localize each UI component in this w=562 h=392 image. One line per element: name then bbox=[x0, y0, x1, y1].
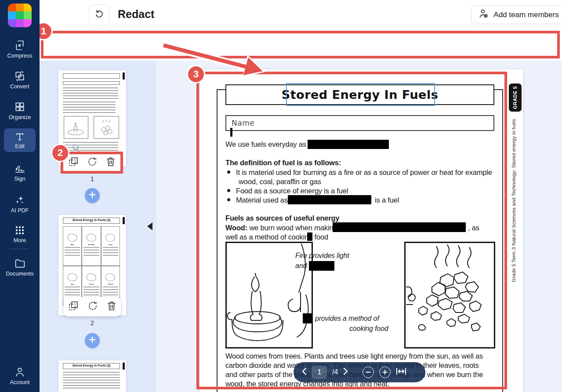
person-icon bbox=[0, 366, 40, 377]
redaction-bar[interactable] bbox=[308, 140, 389, 149]
edit-text-icon bbox=[4, 132, 36, 142]
app-sidebar: Compress Convert Organize Edit Sign AI P… bbox=[0, 0, 40, 392]
sidebar-item-account[interactable]: Account bbox=[0, 366, 40, 385]
page1-action-bar bbox=[64, 154, 120, 171]
organize-icon bbox=[0, 101, 40, 113]
wood-line2: well as a method of cooking food bbox=[225, 233, 328, 241]
top-bar: Redact Add team members SA bbox=[40, 0, 562, 29]
paragraph-line: Wood comes from trees. Plants and trees … bbox=[225, 352, 483, 360]
page-navigation-bar: 1 /4 bbox=[294, 362, 425, 382]
previous-page-icon[interactable] bbox=[301, 367, 307, 377]
bullet3-pre-text: Material used as bbox=[236, 196, 288, 204]
wood-bold-text: Wood: bbox=[225, 224, 247, 232]
sidebar-item-organize[interactable]: Organize bbox=[0, 101, 40, 120]
signature-icon bbox=[0, 163, 40, 174]
caption1-line1: Fire provides light bbox=[295, 252, 349, 260]
annotation-badge-2: 2 bbox=[51, 144, 69, 162]
delete-page-icon[interactable] bbox=[106, 156, 116, 169]
page2-action-bar bbox=[64, 297, 121, 316]
fuels-heading: Fuels as sources of useful energy bbox=[225, 214, 339, 222]
collapse-panel-button[interactable] bbox=[147, 222, 152, 230]
sidebar-item-label: More bbox=[0, 237, 40, 243]
redaction-bar[interactable] bbox=[307, 232, 312, 241]
zoom-in-button[interactable] bbox=[379, 367, 391, 378]
caption2-line2: cooking food bbox=[349, 325, 388, 333]
bullet-line: Food as a source of energy is a fuel bbox=[227, 187, 348, 195]
page-thumbnail-3[interactable]: Stored Energy In Fuels (3) bbox=[58, 360, 126, 392]
caption1-line2: and bbox=[295, 262, 307, 270]
thumbnail-zoom-icon[interactable] bbox=[72, 144, 80, 155]
rotate-page-icon[interactable] bbox=[87, 156, 98, 169]
bullet2-text: Food as a source of energy is a fuel bbox=[236, 187, 348, 195]
sidebar-item-label: Convert bbox=[0, 83, 40, 90]
definition-heading: The definition of fuel is as follows: bbox=[225, 159, 341, 167]
sidebar-item-edit[interactable]: Edit bbox=[4, 128, 36, 152]
sidebar-item-label: Edit bbox=[4, 143, 36, 149]
sidebar-divider bbox=[10, 249, 30, 249]
caption2-line1: provides a method of bbox=[315, 315, 379, 323]
name-field-box[interactable]: Name bbox=[225, 115, 494, 131]
page2-number: 2 bbox=[58, 319, 126, 327]
sidebar-item-ai-pdf[interactable]: AI PDF bbox=[0, 194, 40, 214]
bullet-line: Material used as bbox=[227, 196, 288, 204]
page-title: Redact bbox=[118, 8, 154, 21]
next-page-icon[interactable] bbox=[343, 367, 348, 377]
document-page[interactable]: Stored Energy In Fuels Name We use fuels… bbox=[200, 69, 523, 392]
redaction-bar[interactable] bbox=[333, 222, 466, 232]
add-team-members-label: Add team members bbox=[493, 11, 558, 19]
sidebar-item-compress[interactable]: Compress bbox=[0, 40, 40, 59]
sidebar-item-label: Account bbox=[0, 379, 40, 385]
bullet1-text: It is material used for burning as a fir… bbox=[236, 168, 492, 176]
redact-app-window: Compress Convert Organize Edit Sign AI P… bbox=[0, 0, 562, 392]
more-grid-icon bbox=[0, 225, 40, 236]
sidebar-item-label: AI PDF bbox=[0, 207, 40, 214]
add-team-members-button[interactable]: Add team members bbox=[471, 5, 562, 24]
person-add-icon bbox=[479, 8, 489, 21]
thumbnail3-title: Stored Energy In Fuels (3) bbox=[63, 364, 120, 367]
thumbnail2-title: Stored Energy In Fuels (2) bbox=[63, 218, 120, 221]
bullet-line: It is material used for burning as a fir… bbox=[227, 168, 492, 177]
sidebar-item-label: Sign bbox=[0, 176, 40, 182]
text-cursor bbox=[230, 128, 232, 137]
add-page-button-1[interactable] bbox=[85, 188, 100, 203]
total-pages-label: /4 bbox=[332, 368, 338, 376]
compress-icon bbox=[0, 40, 40, 51]
restart-button[interactable] bbox=[89, 4, 110, 25]
redaction-bar[interactable] bbox=[309, 261, 334, 271]
plus-icon bbox=[89, 191, 96, 200]
fit-width-button[interactable] bbox=[396, 367, 406, 377]
text-selection-box[interactable] bbox=[286, 83, 435, 106]
duplicate-page-icon[interactable] bbox=[68, 301, 79, 313]
convert-icon bbox=[0, 70, 40, 82]
sidebar-item-more[interactable]: More bbox=[0, 225, 40, 243]
sidebar-item-convert[interactable]: Convert bbox=[0, 70, 40, 90]
bullet3-post-text: is a fuel bbox=[375, 196, 399, 204]
app-logo[interactable] bbox=[8, 4, 32, 27]
redaction-bar[interactable] bbox=[303, 313, 312, 323]
sidebar-item-sign[interactable]: Sign bbox=[0, 163, 40, 182]
edit-toolbar: Organize Finish bbox=[40, 29, 562, 61]
zoom-out-button[interactable] bbox=[363, 367, 374, 378]
add-page-button-2[interactable] bbox=[85, 333, 100, 348]
page1-number: 1 bbox=[58, 175, 126, 182]
restart-icon bbox=[94, 9, 105, 21]
current-page-input[interactable]: 1 bbox=[312, 366, 327, 379]
wood-after-text: , as bbox=[468, 224, 479, 232]
rotate-page-icon[interactable] bbox=[87, 301, 98, 313]
sidebar-item-label: Organize bbox=[0, 114, 40, 120]
name-field-label: Name bbox=[232, 119, 254, 127]
duplicate-page-icon[interactable] bbox=[68, 156, 79, 169]
intro-line: We use fuels everyday as bbox=[225, 140, 306, 149]
coal-illustration bbox=[404, 242, 495, 348]
worksheet-side-caption: Grade 5 Term 3 Natural Sciences and Tech… bbox=[511, 102, 516, 282]
annotation-badge-3: 3 bbox=[187, 65, 205, 83]
redaction-bar[interactable] bbox=[288, 195, 371, 204]
sidebar-item-documents[interactable]: Documents bbox=[0, 258, 40, 277]
sparkles-icon bbox=[0, 194, 40, 206]
folder-icon bbox=[0, 258, 40, 269]
plus-icon bbox=[89, 336, 96, 345]
sidebar-item-label: Documents bbox=[0, 271, 40, 277]
sidebar-item-label: Compress bbox=[0, 53, 40, 59]
bullet-line: wood, coal, paraffin or gas bbox=[239, 178, 321, 186]
delete-page-icon[interactable] bbox=[107, 301, 116, 313]
